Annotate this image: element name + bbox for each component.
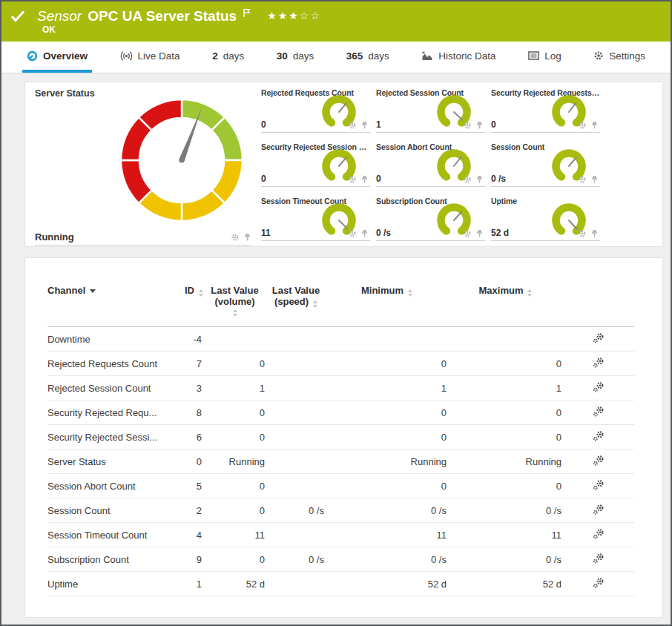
mini-gauge-value: 0 /s xyxy=(491,174,506,184)
mini-gauge-tile[interactable]: Session Abort Count 0 xyxy=(376,142,485,187)
max-cell: 1 xyxy=(448,376,563,401)
pin-icon[interactable] xyxy=(590,121,599,130)
tab-2-days[interactable]: 2days xyxy=(208,42,248,73)
table-row[interactable]: Rejected Session Count3111 xyxy=(47,376,634,401)
speed-cell xyxy=(266,474,326,498)
channels-table: Channel ID Last Value (volume) Last Valu… xyxy=(47,285,634,596)
gear-icon[interactable] xyxy=(348,229,357,238)
edit-channel-icon[interactable] xyxy=(593,479,605,491)
mini-gauge-tile[interactable]: Session Timeout Count 11 xyxy=(261,197,370,241)
mini-gauge-tile[interactable]: Security Rejected Session Co... 0 xyxy=(261,142,370,187)
tab-365-days[interactable]: 365days xyxy=(342,42,394,73)
gear-icon[interactable] xyxy=(231,233,240,242)
column-header-last-value-volume[interactable]: Last Value (volume) xyxy=(203,285,266,327)
column-header-minimum[interactable]: Minimum xyxy=(326,285,448,327)
tab-live-data[interactable]: Live Data xyxy=(116,42,185,73)
pin-icon[interactable] xyxy=(475,175,484,184)
priority-stars[interactable]: ★★★☆☆ xyxy=(267,10,321,22)
table-row[interactable]: Session Timeout Count4111111 xyxy=(47,523,634,547)
gear-icon[interactable] xyxy=(578,175,587,184)
gear-icon[interactable] xyxy=(463,229,472,238)
min-cell: 0 xyxy=(326,474,448,498)
column-header-channel[interactable]: Channel xyxy=(47,285,174,327)
pin-icon[interactable] xyxy=(360,229,369,238)
sort-icon xyxy=(313,300,317,308)
edit-channel-icon[interactable] xyxy=(593,332,605,344)
speed-cell xyxy=(266,449,326,474)
max-cell: 0 xyxy=(448,401,563,425)
tab-settings[interactable]: Settings xyxy=(589,42,650,73)
mini-gauge-tile[interactable]: Session Count 0 /s xyxy=(491,142,600,187)
edit-channel-icon[interactable] xyxy=(593,357,605,369)
gauges-panel: Server Status Running Rejected Requests … xyxy=(24,82,663,247)
table-row[interactable]: Session Count200 /s0 /s0 /s xyxy=(47,498,634,523)
gear-icon[interactable] xyxy=(463,121,472,130)
pin-icon[interactable] xyxy=(243,233,251,242)
tab-label: days xyxy=(368,50,389,62)
table-row[interactable]: Downtime-4 xyxy=(47,327,634,352)
tab-log[interactable]: Log xyxy=(524,42,566,73)
table-row[interactable]: Security Rejected Sessi...6000 xyxy=(47,425,634,449)
speed-cell xyxy=(266,425,326,449)
channel-name-cell: Downtime xyxy=(47,327,174,352)
pin-icon[interactable] xyxy=(360,121,369,130)
id-cell: 0 xyxy=(174,449,203,474)
gear-icon[interactable] xyxy=(348,175,357,184)
mini-gauge-tile[interactable]: Uptime 52 d xyxy=(491,197,600,241)
table-row[interactable]: Session Abort Count5000 xyxy=(47,474,634,498)
pin-icon[interactable] xyxy=(475,121,484,130)
table-row[interactable]: Server Status0RunningRunningRunning xyxy=(47,449,634,474)
mini-gauge-value: 1 xyxy=(376,119,381,130)
tab-historic-data[interactable]: Historic Data xyxy=(417,42,500,73)
sort-icon xyxy=(527,289,532,297)
sort-icon xyxy=(408,289,412,297)
tab-label: Settings xyxy=(609,50,645,62)
mini-gauge-tile[interactable]: Security Rejected Requests C... 0 xyxy=(491,88,600,133)
mini-gauge-tile[interactable]: Subscription Count 0 /s xyxy=(376,197,485,241)
edit-channel-icon[interactable] xyxy=(593,577,605,589)
gear-icon[interactable] xyxy=(463,175,472,184)
tab-30-days[interactable]: 30days xyxy=(272,42,319,73)
column-header-id[interactable]: ID xyxy=(174,285,203,327)
edit-channel-icon[interactable] xyxy=(593,455,605,467)
vol-cell: 11 xyxy=(203,523,266,547)
page-title: OPC UA Server Status xyxy=(88,7,237,25)
table-row[interactable]: Rejected Requests Count7000 xyxy=(47,352,634,376)
table-row[interactable]: Security Rejected Requ...8000 xyxy=(47,401,634,425)
edit-channel-icon[interactable] xyxy=(593,381,605,393)
vol-cell xyxy=(203,327,266,352)
channel-name-cell: Session Count xyxy=(47,498,174,523)
pin-icon[interactable] xyxy=(590,229,599,238)
server-status-gauge-tile[interactable]: Server Status Running xyxy=(35,88,251,246)
mini-gauge-needle xyxy=(339,220,347,228)
channel-name-cell: Rejected Requests Count xyxy=(47,352,174,376)
tab-label: Historic Data xyxy=(438,50,495,62)
id-cell: 9 xyxy=(174,547,203,572)
edit-channel-icon[interactable] xyxy=(593,553,605,564)
edit-channel-icon[interactable] xyxy=(593,430,605,442)
gear-icon[interactable] xyxy=(348,121,357,130)
table-row[interactable]: Uptime152 d52 d52 d xyxy=(47,572,634,596)
edit-channel-icon[interactable] xyxy=(593,528,605,540)
edit-channel-icon[interactable] xyxy=(593,406,605,418)
mini-gauge-tile[interactable]: Rejected Requests Count 0 xyxy=(261,88,370,133)
sensor-header: Sensor OPC UA Server Status ★★★☆☆ OK xyxy=(1,1,671,42)
table-row[interactable]: Subscription Count900 /s0 /s0 /s xyxy=(47,547,634,572)
gear-icon[interactable] xyxy=(578,229,587,238)
max-cell: 52 d xyxy=(448,572,563,596)
mini-gauge-tile[interactable]: Rejected Session Count 1 xyxy=(376,88,485,133)
pin-icon[interactable] xyxy=(590,175,599,184)
mini-gauge-grid: Rejected Requests Count 0Rejected Sessio… xyxy=(261,88,600,241)
pin-icon[interactable] xyxy=(475,229,484,238)
tab-label: days xyxy=(293,50,314,62)
flag-icon[interactable] xyxy=(243,7,251,21)
column-header-maximum[interactable]: Maximum xyxy=(448,285,563,327)
max-cell xyxy=(448,327,563,352)
tab-overview[interactable]: Overview xyxy=(22,42,92,73)
gear-icon xyxy=(593,50,604,61)
column-header-last-value-speed[interactable]: Last Value (speed) xyxy=(266,285,326,327)
pin-icon[interactable] xyxy=(360,175,369,184)
gear-icon[interactable] xyxy=(578,121,587,130)
channels-panel: Channel ID Last Value (volume) Last Valu… xyxy=(24,257,663,618)
edit-channel-icon[interactable] xyxy=(593,504,605,515)
